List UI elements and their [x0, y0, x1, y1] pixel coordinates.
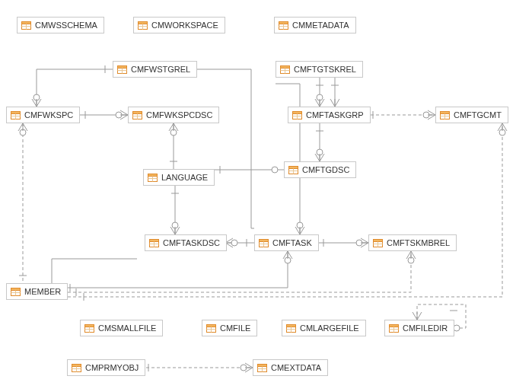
entity-label: CMPRMYOBJ [85, 363, 139, 372]
entity-cmwsschema[interactable]: CMWSSCHEMA [17, 17, 104, 33]
svg-rect-44 [11, 111, 21, 113]
entity-label: CMFTASK [272, 238, 312, 247]
entity-label: CMFILEDIR [403, 323, 448, 333]
entity-cmftgcmt[interactable]: CMFTGCMT [435, 107, 508, 123]
table-icon [149, 239, 159, 247]
table-icon [138, 21, 148, 30]
entity-cmftgtskrel[interactable]: CMFTGTSKREL [276, 61, 363, 78]
svg-rect-68 [150, 239, 159, 241]
svg-rect-24 [22, 21, 31, 24]
table-icon [286, 324, 296, 333]
svg-rect-72 [260, 239, 269, 241]
svg-rect-100 [72, 364, 81, 366]
table-icon [257, 364, 267, 372]
svg-rect-52 [293, 111, 302, 113]
entity-label: CMSMALLFILE [98, 323, 156, 333]
svg-rect-64 [289, 166, 298, 168]
table-icon [292, 111, 302, 120]
svg-rect-96 [390, 324, 399, 327]
table-icon [11, 111, 21, 120]
entity-cmfwstgrel[interactable]: CMFWSTGREL [113, 61, 197, 78]
entity-cmfwkspc[interactable]: CMFWKSPC [6, 107, 80, 123]
table-icon [206, 324, 216, 333]
entity-cmprmyobj[interactable]: CMPRMYOBJ [67, 359, 145, 376]
table-icon [288, 166, 298, 174]
svg-rect-32 [279, 21, 288, 24]
entity-cmftgdsc[interactable]: CMFTGDSC [284, 161, 356, 178]
er-diagram-canvas: .solid{stroke:#999;stroke-width:1;fill:n… [0, 0, 532, 392]
entity-label: CMFTSKMBREL [387, 238, 450, 247]
entity-cmsmallfile[interactable]: CMSMALLFILE [80, 320, 163, 336]
entity-label: CMFTASKGRP [306, 110, 364, 120]
entity-label: LANGUAGE [161, 173, 208, 182]
svg-rect-56 [441, 111, 450, 113]
entity-label: CMEXTDATA [271, 363, 321, 372]
entity-member[interactable]: MEMBER [6, 283, 68, 300]
table-icon [84, 324, 94, 333]
entity-label: CMFTASKDSC [163, 238, 220, 247]
table-icon [11, 288, 21, 296]
entity-cmworkspace[interactable]: CMWORKSPACE [133, 17, 225, 33]
svg-rect-76 [374, 239, 383, 241]
entity-cmfiledir[interactable]: CMFILEDIR [384, 320, 454, 336]
table-icon [72, 364, 81, 372]
entity-label: CMMETADATA [292, 21, 349, 30]
svg-rect-60 [148, 174, 158, 176]
entity-cmftskmbrel[interactable]: CMFTSKMBREL [368, 234, 457, 251]
entity-cmftaskgrp[interactable]: CMFTASKGRP [288, 107, 371, 123]
entity-label: CMFILE [220, 323, 250, 333]
entity-label: MEMBER [24, 287, 61, 296]
entity-cmfile[interactable]: CMFILE [202, 320, 257, 336]
entity-cmmetadata[interactable]: CMMETADATA [274, 17, 356, 33]
entity-cmftask[interactable]: CMFTASK [254, 234, 319, 251]
svg-rect-104 [258, 364, 267, 366]
table-icon [117, 65, 127, 74]
entity-label: CMFTGTSKREL [294, 65, 356, 74]
table-icon [440, 111, 450, 120]
entity-language[interactable]: LANGUAGE [143, 169, 215, 186]
table-icon [389, 324, 399, 333]
svg-rect-84 [85, 324, 94, 327]
entity-label: CMWORKSPACE [151, 21, 218, 30]
entity-label: CMWSSCHEMA [35, 21, 97, 30]
table-icon [132, 111, 142, 120]
table-icon [279, 21, 288, 30]
table-icon [373, 239, 383, 247]
svg-rect-88 [207, 324, 216, 327]
svg-rect-40 [281, 65, 290, 68]
table-icon [21, 21, 31, 30]
entity-cmextdata[interactable]: CMEXTDATA [253, 359, 328, 376]
svg-rect-92 [287, 324, 296, 327]
entity-cmftaskdsc[interactable]: CMFTASKDSC [145, 234, 227, 251]
entity-label: CMLARGEFILE [300, 323, 359, 333]
table-icon [259, 239, 269, 247]
table-icon [280, 65, 290, 74]
entity-cmfwkspcdsc[interactable]: CMFWKSPCDSC [128, 107, 219, 123]
entity-label: CMFWKSPCDSC [146, 110, 212, 120]
svg-rect-28 [139, 21, 148, 24]
entity-label: CMFWSTGREL [131, 65, 190, 74]
entity-label: CMFTGDSC [302, 165, 349, 174]
table-icon [148, 174, 158, 182]
svg-rect-80 [11, 288, 21, 290]
entity-cmlargefile[interactable]: CMLARGEFILE [282, 320, 366, 336]
entity-label: CMFWKSPC [24, 110, 73, 120]
svg-rect-48 [133, 111, 142, 113]
svg-rect-36 [118, 65, 127, 68]
entity-label: CMFTGCMT [454, 110, 502, 120]
